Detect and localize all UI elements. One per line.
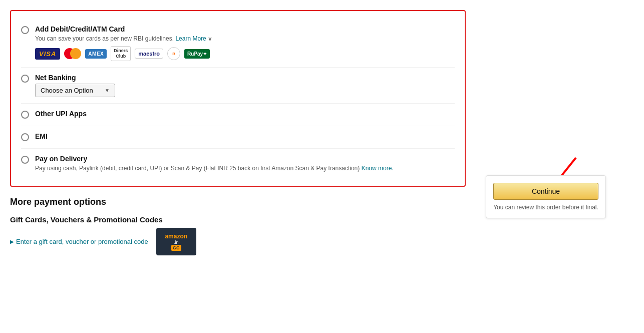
net-banking-title: Net Banking bbox=[35, 74, 455, 82]
upi-title: Other UPI Apps bbox=[35, 110, 455, 118]
dropdown-arrow-icon: ▼ bbox=[105, 88, 110, 93]
mastercard-icon bbox=[64, 46, 81, 61]
debit-card-subtitle: You can save your cards as per new RBI g… bbox=[35, 35, 455, 42]
diners-icon: DinersClub bbox=[111, 46, 131, 61]
payment-options-box: Add Debit/Credit/ATM Card You can save y… bbox=[10, 10, 466, 187]
maestro-icon: maestro bbox=[135, 46, 163, 61]
radio-debit-card[interactable] bbox=[21, 26, 29, 34]
cod-content: Pay on Delivery Pay using cash, Paylink … bbox=[35, 155, 455, 172]
radio-net-banking[interactable] bbox=[21, 75, 29, 83]
more-payment-title: More payment options bbox=[10, 197, 466, 207]
payment-option-upi: Other UPI Apps bbox=[21, 104, 455, 126]
upi-content: Other UPI Apps bbox=[35, 110, 455, 120]
visa-icon: VISA bbox=[35, 46, 60, 61]
gc-badge: GC bbox=[171, 245, 181, 251]
gift-card-title: Gift Cards, Vouchers & Promotional Codes bbox=[10, 215, 466, 224]
gift-card-section: Gift Cards, Vouchers & Promotional Codes… bbox=[10, 215, 466, 255]
cod-title: Pay on Delivery bbox=[35, 155, 455, 163]
continue-note: You can review this order before it fina… bbox=[493, 204, 598, 211]
emi-content: EMI bbox=[35, 132, 455, 142]
dropdown-label: Choose an Option bbox=[41, 87, 93, 94]
learn-more-link[interactable]: Learn More bbox=[175, 35, 206, 42]
net-banking-dropdown[interactable]: Choose an Option ▼ bbox=[35, 84, 115, 97]
gift-card-link[interactable]: Enter a gift card, voucher or promotiona… bbox=[10, 238, 148, 245]
radio-upi[interactable] bbox=[21, 111, 29, 119]
rupay-icon: RuPay✦ bbox=[184, 46, 210, 61]
continue-button[interactable]: Continue bbox=[493, 183, 598, 200]
radio-emi[interactable] bbox=[21, 133, 29, 141]
gift-card-row: Enter a gift card, voucher or promotiona… bbox=[10, 228, 466, 255]
continue-box: Continue You can review this order befor… bbox=[486, 175, 606, 218]
emi-title: EMI bbox=[35, 132, 455, 140]
cod-description: Pay using cash, Paylink (debit, credit c… bbox=[35, 165, 455, 172]
radio-cod[interactable] bbox=[21, 156, 29, 164]
payment-option-net-banking: Net Banking Choose an Option ▼ bbox=[21, 68, 455, 104]
gift-card-visual: amazon .in GC bbox=[156, 228, 196, 255]
know-more-link[interactable]: Know more. bbox=[362, 165, 394, 172]
gc-in-text: .in bbox=[174, 240, 179, 245]
payment-option-emi: EMI bbox=[21, 126, 455, 149]
debit-card-content: Add Debit/Credit/ATM Card You can save y… bbox=[35, 25, 455, 61]
gc-amazon-text: amazon bbox=[165, 233, 187, 240]
payment-option-debit: Add Debit/Credit/ATM Card You can save y… bbox=[21, 19, 455, 68]
right-sidebar: Continue You can review this order befor… bbox=[476, 5, 616, 328]
more-payment-section: More payment options bbox=[10, 197, 466, 207]
debit-card-title: Add Debit/Credit/ATM Card bbox=[35, 25, 455, 33]
amex-icon: AMEX bbox=[85, 46, 107, 61]
card-icons-row: VISA AMEX DinersClub bbox=[35, 46, 455, 61]
payment-option-cod: Pay on Delivery Pay using cash, Paylink … bbox=[21, 149, 455, 178]
net-banking-content: Net Banking Choose an Option ▼ bbox=[35, 74, 455, 97]
bhim-icon: B bbox=[167, 46, 180, 61]
